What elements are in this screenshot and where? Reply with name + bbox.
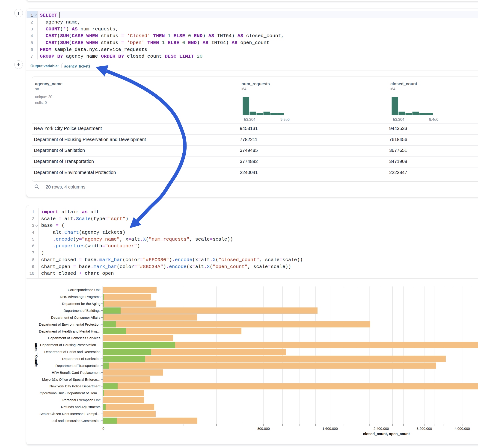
svg-text:DHS Advantage Programs: DHS Advantage Programs (60, 295, 101, 299)
svg-text:4,000,000: 4,000,000 (454, 427, 470, 430)
svg-text:Mayorâ€ s Office of Special En: Mayorâ€ s Office of Special Enforce… (42, 378, 101, 381)
svg-text:Correspondence Unit: Correspondence Unit (68, 288, 101, 292)
svg-text:agency_name: agency_name (34, 343, 38, 367)
svg-text:Refunds and Adjustments: Refunds and Adjustments (61, 405, 101, 409)
svg-text:800,000: 800,000 (257, 427, 270, 430)
svg-text:Department of Transportation: Department of Transportation (55, 364, 100, 367)
svg-text:Senior Citizen Rent Increase E: Senior Citizen Rent Increase Exempti… (39, 412, 100, 416)
svg-text:2,400,000: 2,400,000 (374, 427, 389, 430)
svg-text:Department of Buildings: Department of Buildings (63, 309, 100, 312)
svg-text:Department of Homeless Service: Department of Homeless Services (48, 336, 101, 340)
svg-text:0: 0 (102, 427, 104, 430)
svg-text:Department of Health and Menta: Department of Health and Mental Hyg… (39, 329, 101, 333)
svg-text:3,200,000: 3,200,000 (417, 427, 432, 430)
svg-text:HRA Benefit Card Replacement: HRA Benefit Card Replacement (52, 371, 101, 374)
svg-text:Department for the Aging: Department for the Aging (62, 302, 101, 305)
svg-text:Personal Exemption Unit: Personal Exemption Unit (62, 398, 101, 402)
svg-text:Department of Housing Preserva: Department of Housing Preservation … (40, 343, 101, 347)
svg-text:Operations Unit - Department o: Operations Unit - Department of Hom… (40, 391, 100, 395)
svg-text:1,600,000: 1,600,000 (322, 427, 338, 430)
svg-text:Taxi and Limousine Commission: Taxi and Limousine Commission (51, 419, 100, 423)
svg-text:Department of Sanitation: Department of Sanitation (62, 357, 101, 361)
svg-text:Department of Consumer Affairs: Department of Consumer Affairs (51, 316, 101, 319)
svg-text:closed_count, open_count: closed_count, open_count (363, 432, 410, 436)
svg-text:Department of Parks and Recrea: Department of Parks and Recreation (44, 350, 100, 354)
svg-text:New York City Police Departmen: New York City Police Department (50, 384, 101, 388)
svg-text:Department of Environmental Pr: Department of Environmental Protection (39, 322, 101, 326)
